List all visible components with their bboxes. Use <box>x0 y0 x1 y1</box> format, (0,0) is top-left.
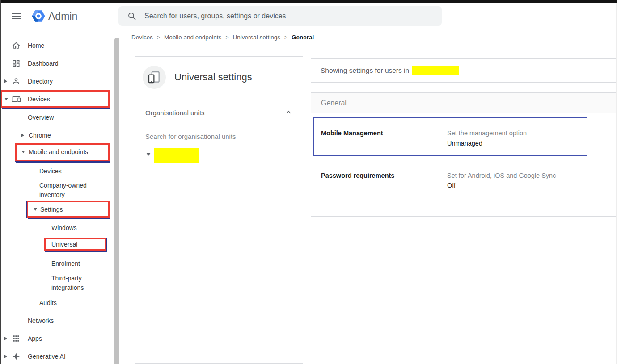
setting-value: Unmanaged <box>447 140 482 147</box>
sidebar-item-settings[interactable]: Settings <box>0 201 113 218</box>
search-placeholder: Search for users, groups, settings or de… <box>144 12 286 20</box>
scope-text: Showing settings for users in <box>321 67 409 75</box>
sidebar-item-devices[interactable]: Devices <box>0 90 113 108</box>
mobile-management-row-focus-outline[interactable] <box>313 117 587 156</box>
tree-expander-icon[interactable] <box>146 153 151 156</box>
sidebar-item-label: Directory <box>28 78 53 85</box>
chevron-right-icon[interactable] <box>21 134 24 137</box>
sidebar-item-label: Devices <box>28 96 50 103</box>
panel-title: Universal settings <box>174 71 252 83</box>
window-left-edge <box>0 0 1 364</box>
sidebar-item-label: Networks <box>28 317 54 324</box>
sidebar-item-third-party-integrations[interactable]: Third-party integrations <box>0 274 113 293</box>
sidebar-item-label: Apps <box>28 335 42 342</box>
general-settings-card: General Mobile Management Set the manage… <box>311 92 616 217</box>
universal-settings-icon <box>143 66 166 89</box>
devices-icon <box>12 95 21 104</box>
sidebar-item-chrome[interactable]: Chrome <box>0 126 113 144</box>
sidebar-item-enrolment[interactable]: Enrolment <box>0 255 113 272</box>
scope-bar: Showing settings for users in <box>311 58 616 83</box>
sidebar-item-apps[interactable]: Apps <box>0 330 113 347</box>
sidebar-item-universal[interactable]: Universal <box>0 235 113 253</box>
sidebar-item-dashboard[interactable]: Dashboard <box>0 54 113 72</box>
input-underline <box>145 144 293 144</box>
search-icon <box>127 12 136 21</box>
sidebar-item-home[interactable]: Home <box>0 37 113 54</box>
breadcrumb-mobile-and-endpoints[interactable]: Mobile and endpoints <box>164 34 221 41</box>
chevron-down-icon[interactable] <box>21 151 25 153</box>
sidebar-item-label: Generative AI <box>28 353 66 360</box>
sidebar-item-label: Mobile and endpoints <box>29 148 88 155</box>
sidebar-item-label: Third-party integrations <box>51 274 103 293</box>
sidebar-item-label: Devices <box>39 167 62 175</box>
sidebar-scrollbar[interactable] <box>114 38 119 364</box>
chevron-up-icon[interactable] <box>285 109 292 116</box>
breadcrumb-separator: > <box>284 34 287 41</box>
sidebar-item-label: Universal <box>51 241 77 248</box>
sidebar-item-label: Overview <box>28 114 54 121</box>
admin-logo <box>31 9 46 23</box>
sidebar-item-label: Audits <box>39 299 57 306</box>
setting-description: Set for Android, iOS and Google Sync <box>447 172 556 179</box>
home-icon <box>12 41 21 50</box>
sidebar-item-devices-sub[interactable]: Devices <box>0 162 113 180</box>
sidebar-item-label: Settings <box>40 206 63 213</box>
chevron-right-icon[interactable] <box>4 355 7 358</box>
org-unit-name-redacted[interactable] <box>154 148 199 163</box>
sidebar-item-mobile-and-endpoints[interactable]: Mobile and endpoints <box>0 143 113 161</box>
admin-console-screen: Admin Search for users, groups, settings… <box>0 0 617 364</box>
directory-icon <box>12 77 21 86</box>
chevron-down-icon[interactable] <box>34 208 37 211</box>
sidebar-item-label: Home <box>28 42 44 49</box>
hamburger-menu-icon[interactable] <box>12 13 21 19</box>
sidebar-item-directory[interactable]: Directory <box>0 72 113 90</box>
app-name: Admin <box>48 10 77 22</box>
organisational-units-label: Organisational units <box>145 109 205 117</box>
section-title: General <box>321 93 347 113</box>
setting-label-password-requirements[interactable]: Password requirements <box>321 172 394 179</box>
window-top-bar <box>0 0 617 3</box>
sidebar-item-overview[interactable]: Overview <box>0 109 113 126</box>
breadcrumb-universal-settings[interactable]: Universal settings <box>232 34 280 41</box>
search-input[interactable]: Search for users, groups, settings or de… <box>118 6 442 26</box>
apps-icon <box>12 334 21 343</box>
setting-value: Off <box>447 182 456 189</box>
sidebar-item-label: Chrome <box>29 132 51 139</box>
breadcrumb-current-general: General <box>292 34 314 41</box>
chevron-down-icon[interactable] <box>4 98 8 100</box>
setting-label-mobile-management[interactable]: Mobile Management <box>321 130 383 137</box>
universal-settings-panel: Universal settings Organisational units … <box>135 56 303 364</box>
divider <box>135 100 303 100</box>
sidebar-item-networks[interactable]: Networks <box>0 312 113 330</box>
sidebar-item-label: Dashboard <box>28 60 59 67</box>
sidebar-item-generative-ai[interactable]: Generative AI <box>0 347 113 364</box>
sidebar-item-company-owned-inventory[interactable]: Company-owned inventory <box>0 181 113 201</box>
breadcrumb-separator: > <box>225 34 228 41</box>
sidebar-item-audits[interactable]: Audits <box>0 294 113 312</box>
org-unit-search-input[interactable]: Search for organisational units <box>145 133 236 140</box>
breadcrumb-separator: > <box>157 34 160 41</box>
generative-ai-icon <box>12 352 21 361</box>
breadcrumb: Devices > Mobile and endpoints > Univers… <box>131 34 314 41</box>
breadcrumb-devices[interactable]: Devices <box>131 34 153 41</box>
sidebar-item-label: Windows <box>51 224 77 231</box>
setting-description: Set the management option <box>447 130 527 137</box>
chevron-right-icon[interactable] <box>4 337 7 340</box>
chevron-right-icon[interactable] <box>4 79 7 83</box>
scope-org-unit-redacted <box>412 66 459 75</box>
general-card-header: General <box>311 93 616 113</box>
dashboard-icon <box>12 59 21 68</box>
sidebar-item-label: Company-owned inventory <box>39 181 106 200</box>
sidebar-item-windows[interactable]: Windows <box>0 219 113 237</box>
sidebar-item-label: Enrolment <box>51 260 80 267</box>
